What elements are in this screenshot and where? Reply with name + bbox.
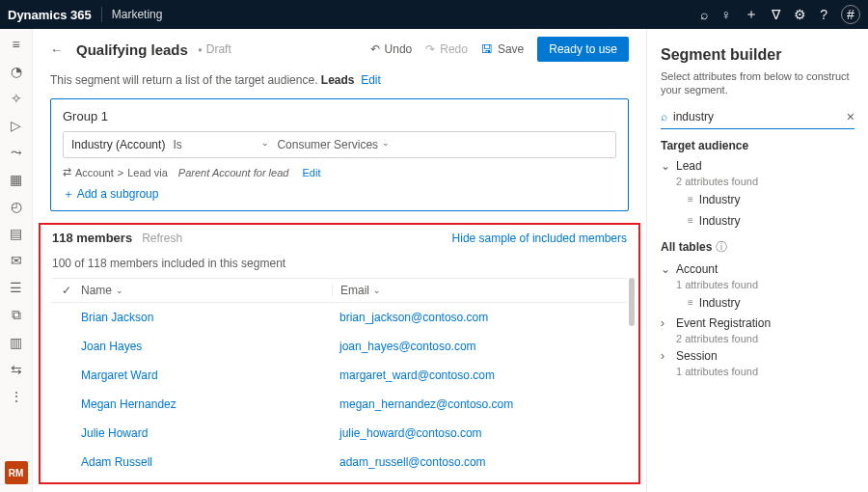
- members-table: ✓ Name⌄ Email⌄ Brian Jacksonbrian_jackso…: [52, 278, 627, 477]
- edit-description-link[interactable]: Edit: [361, 73, 381, 87]
- tree-session[interactable]: ›Session: [661, 346, 854, 366]
- chevron-right-icon: ›: [661, 349, 672, 363]
- attr-industry[interactable]: ≡Industry: [661, 292, 854, 314]
- app-name[interactable]: Marketing: [112, 8, 163, 21]
- form-icon[interactable]: ☰: [10, 280, 22, 295]
- member-email[interactable]: brian_jackson@contoso.com: [332, 311, 627, 324]
- clock-icon[interactable]: ◴: [11, 199, 22, 214]
- attribute-search[interactable]: ⌕ ×: [661, 107, 854, 129]
- hide-sample-link[interactable]: Hide sample of included members: [452, 232, 627, 245]
- table-row[interactable]: Joan Hayesjoan_hayes@contoso.com: [52, 332, 627, 361]
- user-avatar[interactable]: #: [841, 5, 860, 24]
- refresh-button[interactable]: Refresh: [142, 232, 182, 245]
- condition-value-dropdown[interactable]: Consumer Services⌄: [277, 138, 390, 151]
- redo-button[interactable]: ↷Redo: [425, 42, 468, 56]
- members-subtext: 100 of 118 members included in this segm…: [52, 257, 627, 270]
- segment-builder-pane: Segment builder Select attributes from b…: [646, 29, 868, 492]
- condition-row[interactable]: Industry (Account) Is⌄ Consumer Services…: [63, 131, 616, 158]
- journey-icon[interactable]: ⤳: [11, 145, 22, 160]
- group-title: Group 1: [63, 109, 616, 123]
- divider: [101, 7, 102, 22]
- segment-description: This segment will return a list of the t…: [33, 69, 646, 98]
- info-icon[interactable]: ⓘ: [716, 240, 727, 254]
- command-bar: ← Qualifying leads Draft ↶Undo ↷Redo 🖫Sa…: [33, 29, 646, 69]
- sidebar-title: Segment builder: [661, 46, 854, 64]
- more-icon[interactable]: ⋮: [10, 389, 23, 404]
- member-name[interactable]: Joan Hayes: [81, 340, 332, 353]
- member-name[interactable]: Adam Russell: [81, 455, 332, 469]
- sort-icon: ⌄: [373, 286, 381, 295]
- lightbulb-icon[interactable]: ♀: [721, 7, 732, 22]
- table-row[interactable]: Brian Jacksonbrian_jackson@contoso.com: [52, 303, 627, 332]
- chevron-right-icon: ›: [661, 316, 672, 330]
- filter-icon[interactable]: ∇: [772, 7, 780, 22]
- member-email[interactable]: julie_howard@contoso.com: [332, 426, 627, 440]
- add-subgroup-button[interactable]: ＋ Add a subgroup: [63, 186, 616, 203]
- mail-icon[interactable]: ✉: [11, 253, 22, 268]
- text-field-icon: ≡: [688, 215, 693, 226]
- group-block[interactable]: Group 1 Industry (Account) Is⌄ Consumer …: [50, 98, 629, 211]
- chevron-down-icon: ⌄: [661, 159, 672, 173]
- user-badge[interactable]: RM: [5, 461, 28, 484]
- chevron-down-icon: ⌄: [382, 138, 390, 151]
- member-email[interactable]: joan_hayes@contoso.com: [332, 340, 627, 353]
- sidebar-help: Select attributes from below to construc…: [661, 69, 854, 97]
- text-field-icon: ≡: [688, 194, 693, 205]
- library-icon[interactable]: ▥: [10, 335, 22, 350]
- target-audience-label: Target audience: [661, 139, 854, 152]
- column-email[interactable]: Email⌄: [332, 284, 627, 297]
- undo-icon: ↶: [370, 42, 380, 56]
- member-email[interactable]: megan_hernandez@contoso.com: [332, 397, 627, 411]
- column-name[interactable]: Name⌄: [81, 284, 332, 297]
- tree-account[interactable]: ⌄Account: [661, 260, 854, 279]
- member-email[interactable]: adam_russell@contoso.com: [332, 455, 627, 469]
- member-name[interactable]: Megan Hernandez: [81, 397, 332, 411]
- edit-path-link[interactable]: Edit: [303, 167, 321, 178]
- clear-search-icon[interactable]: ×: [847, 109, 854, 124]
- status-badge: Draft: [198, 42, 231, 56]
- tree-event-registration[interactable]: ›Event Registration: [661, 314, 854, 333]
- table-row[interactable]: Julie Howardjulie_howard@contoso.com: [52, 419, 627, 448]
- copy-icon[interactable]: ⧉: [12, 307, 21, 323]
- table-row[interactable]: Megan Hernandezmegan_hernandez@contoso.c…: [52, 390, 627, 419]
- member-name[interactable]: Brian Jackson: [81, 311, 332, 324]
- all-tables-label: All tables ⓘ: [661, 239, 854, 256]
- search-input[interactable]: [673, 110, 847, 123]
- scrollbar[interactable]: [629, 278, 635, 326]
- condition-operator-dropdown[interactable]: Is⌄: [173, 138, 269, 151]
- table-row[interactable]: Adam Russelladam_russell@contoso.com: [52, 448, 627, 477]
- relationship-path: ⇄ Account > Lead via Parent Account for …: [63, 166, 616, 178]
- attr-industry[interactable]: ≡Industry: [661, 210, 854, 232]
- member-name[interactable]: Margaret Ward: [81, 369, 332, 382]
- attr-industry[interactable]: ≡Industry: [661, 189, 854, 210]
- page-title: Qualifying leads: [76, 41, 188, 58]
- sort-icon: ⌄: [116, 286, 123, 295]
- back-button[interactable]: ←: [50, 42, 63, 57]
- chevron-down-icon: ⌄: [261, 138, 269, 151]
- select-all-checkbox[interactable]: ✓: [52, 284, 81, 297]
- search-icon: ⌕: [661, 110, 667, 123]
- add-icon[interactable]: ＋: [745, 6, 758, 23]
- menu-icon[interactable]: ≡: [12, 37, 19, 52]
- undo-button[interactable]: ↶Undo: [370, 42, 413, 56]
- help-icon[interactable]: ?: [820, 7, 827, 22]
- table-row[interactable]: Margaret Wardmargaret_ward@contoso.com: [52, 361, 627, 390]
- grid-icon[interactable]: ▦: [10, 172, 22, 187]
- pin-icon[interactable]: ✧: [11, 91, 22, 106]
- save-button[interactable]: 🖫Save: [481, 42, 524, 56]
- members-count: 118 members: [52, 231, 132, 245]
- tree-lead-count: 2 attributes found: [661, 176, 854, 187]
- tree-lead[interactable]: ⌄Lead: [661, 156, 854, 176]
- condition-attribute: Industry (Account): [71, 138, 165, 151]
- relation-icon: ⇄: [63, 166, 71, 178]
- flow-icon[interactable]: ⇆: [11, 362, 22, 377]
- search-icon[interactable]: ⌕: [700, 7, 708, 22]
- brand-label[interactable]: Dynamics 365: [8, 8, 92, 22]
- gear-icon[interactable]: ⚙: [794, 7, 806, 22]
- play-icon[interactable]: ▷: [11, 118, 21, 133]
- ready-to-use-button[interactable]: Ready to use: [537, 37, 629, 62]
- member-email[interactable]: margaret_ward@contoso.com: [332, 369, 627, 382]
- recent-icon[interactable]: ◔: [11, 64, 22, 79]
- member-name[interactable]: Julie Howard: [81, 426, 332, 440]
- chart-icon[interactable]: ▤: [10, 226, 22, 241]
